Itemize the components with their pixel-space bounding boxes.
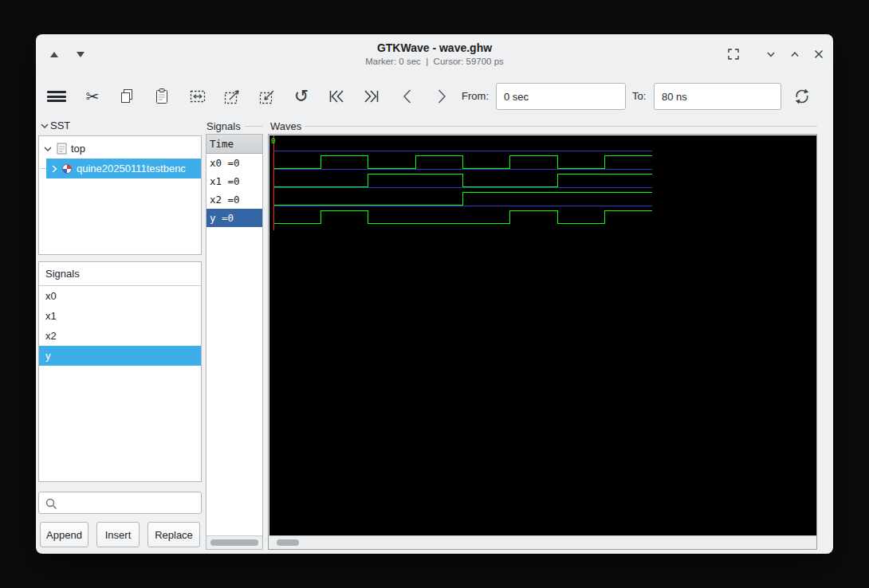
- trace-name-x0[interactable]: x0 =0: [206, 154, 262, 172]
- append-button[interactable]: Append: [40, 522, 88, 547]
- trace-name-y[interactable]: y =0: [206, 209, 262, 227]
- minimize-icon[interactable]: [761, 44, 781, 65]
- menu-icon[interactable]: [42, 82, 71, 111]
- frame-rule: [245, 126, 263, 127]
- signal-list-item-x1[interactable]: x1: [39, 306, 201, 326]
- expander-down-icon[interactable]: [44, 145, 52, 153]
- signal-browser-header: Signals: [39, 262, 201, 286]
- from-label: From:: [450, 90, 489, 102]
- trace-name-panel: Time x0 =0x1 =0x2 =0y =0: [206, 134, 263, 550]
- titlebar[interactable]: GTKWave - wave.ghw Marker: 0 sec | Curso…: [36, 34, 833, 74]
- skip-to-start-icon[interactable]: [322, 82, 351, 111]
- wave-canvas[interactable]: 0: [269, 135, 817, 536]
- tree-item-label: quine20250111testbenc: [77, 159, 186, 178]
- search-input[interactable]: [60, 493, 198, 512]
- to-label: To:: [632, 90, 651, 102]
- expander-right-icon[interactable]: [50, 164, 58, 174]
- tree-connector: [41, 168, 48, 169]
- waves-panel: 0: [268, 134, 817, 550]
- sst-frame-label: SST: [41, 120, 70, 131]
- insert-button[interactable]: Insert: [96, 522, 140, 547]
- reload-icon[interactable]: [788, 82, 816, 111]
- replace-button[interactable]: Replace: [147, 522, 200, 547]
- signal-browser-panel: Signals x0x1x2y: [38, 261, 202, 482]
- gtkwave-window: GTKWave - wave.ghw Marker: 0 sec | Curso…: [36, 34, 833, 554]
- trace-name-x1[interactable]: x1 =0: [206, 172, 262, 190]
- signal-list: x0x1x2y: [39, 286, 201, 366]
- scrollbar-thumb[interactable]: [210, 539, 258, 546]
- tree-item-top[interactable]: top: [39, 139, 201, 159]
- waves-svg: 0: [269, 135, 817, 536]
- sst-collapse-icon[interactable]: [41, 123, 49, 129]
- maximize-icon[interactable]: [784, 44, 805, 65]
- signal-list-item-x2[interactable]: x2: [39, 326, 201, 346]
- marker-cursor-status: Marker: 0 sec | Cursor: 59700 ps: [36, 57, 833, 66]
- module-icon: [61, 163, 73, 174]
- paste-icon[interactable]: [147, 82, 176, 111]
- tree-item-testbench[interactable]: quine20250111testbenc: [39, 159, 201, 178]
- skip-to-end-icon[interactable]: [357, 82, 386, 111]
- trace-panel-hscrollbar[interactable]: [206, 535, 262, 549]
- svg-text:0: 0: [271, 137, 275, 145]
- signal-list-item-x0[interactable]: x0: [39, 286, 201, 306]
- tree-item-label: top: [71, 139, 85, 159]
- trace-name-x2[interactable]: x2 =0: [206, 190, 262, 209]
- frame-rule: [305, 126, 817, 127]
- waves-frame-label: Waves: [270, 120, 301, 132]
- shift-left-icon[interactable]: [394, 82, 423, 111]
- scrollbar-thumb[interactable]: [277, 539, 299, 546]
- window-title: GTKWave - wave.ghw: [36, 41, 833, 54]
- zoom-fit-icon[interactable]: [183, 82, 212, 111]
- trace-name-list: x0 =0x1 =0x2 =0y =0: [206, 154, 262, 227]
- time-header[interactable]: Time: [206, 135, 262, 154]
- to-input[interactable]: [654, 83, 781, 110]
- sst-tree-panel: top quine20250111testbenc: [38, 135, 202, 255]
- signals-frame-label: Signals: [206, 120, 241, 132]
- fit-window-icon[interactable]: [723, 44, 744, 65]
- waves-hscrollbar[interactable]: [269, 535, 816, 549]
- document-icon: [57, 143, 67, 155]
- search-icon: [45, 497, 58, 511]
- signal-list-item-y[interactable]: y: [39, 346, 201, 366]
- undo-icon[interactable]: ↺: [287, 82, 316, 111]
- zoom-out-icon[interactable]: [253, 82, 281, 111]
- from-input[interactable]: [496, 83, 626, 110]
- cut-icon[interactable]: ✂: [78, 82, 107, 111]
- copy-icon[interactable]: [112, 82, 141, 111]
- zoom-in-icon[interactable]: [218, 82, 246, 111]
- close-icon[interactable]: [808, 44, 829, 65]
- signal-search: [38, 492, 202, 514]
